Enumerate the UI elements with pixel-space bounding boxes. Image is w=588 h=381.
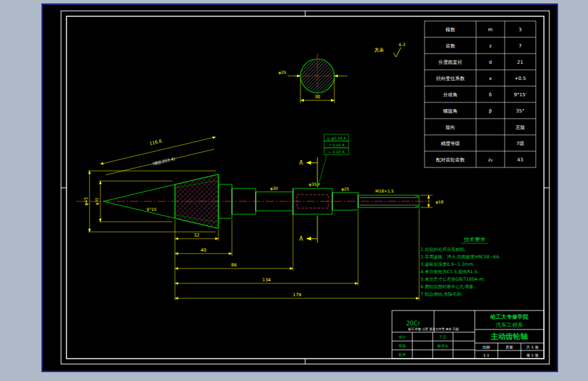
param-name: 螺旋角: [444, 108, 458, 114]
scale-value: 1:1: [484, 353, 490, 357]
tech-req-line: 7.锐边倒钝,去除毛刺.: [420, 292, 463, 297]
section-width-label: 30: [315, 94, 320, 100]
scale-label: 比例: [483, 345, 490, 350]
tech-req-line: 2.采用渗碳、淬火,齿面硬度HRC58~64;: [420, 254, 501, 260]
dim-right-end: φ18: [435, 199, 444, 205]
sheet-number: 第 1 张: [526, 353, 538, 358]
tech-req-title: 技术要求: [463, 237, 486, 243]
param-sym: δ: [489, 92, 492, 98]
tech-req-line: 4.未注倒角为C1.5,圆角R1.5;: [420, 269, 479, 275]
sig-standard: 标准化: [437, 344, 449, 348]
param-val: 3: [519, 27, 522, 33]
dim-bottom-3: 86: [231, 262, 237, 268]
material-label: 20Cr: [406, 320, 420, 327]
tech-req-line: 6.磨削齿面时将中心孔堵塞;: [420, 284, 475, 289]
section-label-bottom: A: [299, 236, 303, 242]
dim-left-outer: φ45: [83, 197, 89, 206]
tol-frame-row: ⌯ 0.03 A: [328, 150, 345, 154]
dim-left-inner: φ35: [94, 197, 100, 205]
dim-dia-d: φ30: [270, 186, 278, 191]
param-sym: d: [489, 60, 492, 65]
dim-dia-e: φ35: [309, 182, 317, 187]
cad-window: 模数 m 3 齿数 z 7 分度圆直径 d 21 径向变位系数 x +0.5 分…: [0, 0, 588, 381]
param-val: 7: [519, 43, 522, 49]
tol-frame-row: ↗ 0.02 A: [328, 143, 345, 147]
drawing-canvas[interactable]: [42, 4, 557, 372]
param-name: 径向变位系数: [436, 76, 465, 81]
revision-row-labels: 标记 处数 分区 更改文件号 签名 日期: [408, 327, 459, 332]
param-sym: z₂: [488, 157, 493, 163]
param-val: 9°15′: [514, 92, 527, 98]
tech-req-line: 1.齿轮的毛坯应无缺陷;: [420, 247, 466, 252]
section-label-top: A: [299, 160, 303, 166]
dim-bottom-5: 179: [293, 292, 301, 298]
sig-design: 设计: [399, 335, 407, 339]
param-name: 模数: [446, 27, 456, 33]
param-val: 21: [517, 60, 524, 65]
dim-bottom-1: 32: [194, 233, 199, 238]
param-sym: β: [489, 108, 492, 114]
department-name: 汽车工程系: [495, 322, 523, 328]
sig-check: 审核: [399, 344, 407, 348]
surface-ra-value: 6.3: [399, 42, 406, 47]
param-name: 分度圆直径: [438, 60, 463, 65]
surface-rest-label: 其余: [374, 47, 384, 53]
param-sym: z: [489, 43, 492, 49]
dim-bottom-4: 134: [262, 277, 271, 283]
param-val: +0.5: [515, 76, 526, 81]
param-sym: m: [488, 27, 493, 33]
dim-thread: M18×1.5: [375, 188, 394, 193]
dim-cone-angle: 9°15′: [146, 207, 157, 212]
tech-req-line: 5.未注尺寸公差按GB/T1804-m;: [420, 277, 485, 282]
sheet-total: 共 1 张: [526, 345, 538, 350]
param-name: 齿数: [446, 43, 456, 49]
part-name: 主动齿轮轴: [491, 332, 528, 341]
tol-frame-row: ◎ φ0.04 A: [327, 136, 346, 141]
param-name: 旋向: [446, 125, 455, 130]
sig-approve: 批准: [399, 353, 407, 357]
dim-bottom-2: 40: [201, 247, 206, 253]
param-name: 配对齿轮齿数: [436, 157, 465, 163]
param-val: 7级: [516, 141, 524, 146]
tech-req-line: 3.渗碳层深度0.9~1.2mm;: [420, 262, 475, 267]
weight-label: 质量: [506, 345, 514, 349]
cad-viewport[interactable]: 模数 m 3 齿数 z 7 分度圆直径 d 21 径向变位系数 x +0.5 分…: [0, 0, 588, 381]
param-name: 分锥角: [443, 92, 458, 98]
sig-process: 工艺: [439, 335, 448, 339]
param-val: 左旋: [515, 125, 525, 130]
param-val: 35°: [516, 108, 524, 114]
dim-dia-f: φ25: [341, 186, 349, 192]
section-dia-label: φ35: [278, 70, 286, 75]
param-val: 43: [517, 157, 524, 163]
param-sym: x: [489, 76, 492, 81]
school-name: 哈工大专修学院: [490, 314, 529, 320]
param-name: 精度等级: [441, 141, 460, 146]
